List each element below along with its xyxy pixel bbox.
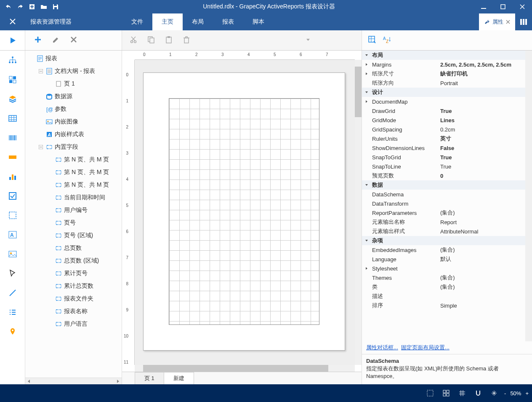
property-dialog-link[interactable]: 属性对话框... (366, 344, 398, 351)
page-body[interactable] (169, 98, 319, 325)
tool-checkbox[interactable] (0, 186, 25, 206)
design-tab-new[interactable]: 新建 (164, 372, 194, 384)
tool-chart[interactable] (0, 167, 25, 186)
tree-node[interactable]: A内嵌样式表 (25, 128, 122, 141)
tree-node[interactable]: 页号 (区域) (25, 229, 122, 242)
paste-button[interactable] (165, 36, 173, 45)
property-row[interactable]: GridModeLines (362, 115, 532, 125)
property-row[interactable]: DocumentMap (362, 97, 532, 106)
tab-file[interactable]: 文件 (122, 13, 152, 30)
tool-table[interactable] (0, 109, 25, 128)
property-row[interactable]: SnapToLineTrue (362, 162, 532, 171)
tree-node[interactable]: 第 N 页、共 M 页 (25, 179, 122, 191)
property-row[interactable]: GridSpacing0.2cm (362, 125, 532, 134)
tree-node[interactable]: 当前日期和时间 (25, 191, 122, 204)
property-value[interactable]: True (439, 108, 532, 114)
property-value[interactable]: Portrait (439, 80, 532, 86)
property-row[interactable]: SnapToGridTrue (362, 153, 532, 162)
prop-vscrollbar[interactable] (525, 51, 532, 341)
property-category[interactable]: 布局 (362, 51, 532, 60)
add-item-button[interactable] (34, 35, 42, 45)
alphabetical-view-button[interactable]: AZ (383, 35, 391, 45)
property-value[interactable]: Simple (439, 303, 532, 309)
tree-node[interactable]: 总页数 (25, 242, 122, 255)
property-value[interactable]: 2.5cm, 2.5cm, 2.5cm, 2.5cm (439, 62, 532, 68)
property-row[interactable]: 元素输出名称Report (362, 217, 532, 227)
report-page[interactable] (143, 72, 345, 351)
property-grid[interactable]: 布局Margins2.5cm, 2.5cm, 2.5cm, 2.5cm纸张尺寸缺… (362, 51, 532, 341)
page-viewport[interactable] (135, 60, 355, 365)
tree-node[interactable]: 用户语言 (25, 318, 122, 330)
zoom-out-button[interactable]: - (504, 390, 506, 397)
property-row[interactable]: Themes(集合) (362, 273, 532, 282)
property-value[interactable]: 英寸 (439, 135, 532, 142)
property-category[interactable]: 设计 (362, 88, 532, 97)
minimize-button[interactable] (474, 0, 493, 13)
tool-list[interactable] (0, 303, 25, 322)
tool-barcode[interactable] (0, 128, 25, 147)
property-value[interactable]: (集合) (439, 209, 532, 217)
property-row[interactable]: 排序Simple (362, 301, 532, 310)
property-row[interactable]: 元素输出样式AttributeNormal (362, 227, 532, 236)
property-value[interactable]: 0.2cm (439, 126, 532, 133)
property-category[interactable]: 数据 (362, 180, 532, 190)
tree-node[interactable]: [@]参数 (25, 103, 122, 115)
tree-node[interactable]: 累计页号 (25, 267, 122, 280)
tool-group[interactable] (0, 70, 25, 89)
property-category[interactable]: 杂项 (362, 236, 532, 245)
tree-node[interactable]: 文档大纲 - 报表 (25, 65, 122, 78)
tree-node[interactable]: 用户编号 (25, 204, 122, 217)
cut-button[interactable] (130, 36, 137, 45)
property-row[interactable]: DrawGridTrue (362, 106, 532, 115)
tool-pointer[interactable] (0, 264, 25, 283)
sb-pan-mode[interactable] (440, 387, 452, 399)
property-row[interactable]: 纸张尺寸缺省打印机 (362, 69, 532, 78)
tab-report[interactable]: 报表 (213, 13, 243, 30)
horizontal-ruler[interactable]: 01234567 (135, 51, 355, 60)
property-row[interactable]: DataTransform (362, 199, 532, 208)
scroll-right-icon[interactable] (114, 378, 122, 384)
property-row[interactable]: 纸张方向Portrait (362, 78, 532, 88)
property-row[interactable]: RulerUnits英寸 (362, 134, 532, 143)
property-value[interactable]: False (439, 145, 532, 151)
tool-label[interactable] (0, 147, 25, 167)
design-vscrollbar[interactable] (355, 60, 362, 365)
tool-map[interactable] (0, 322, 25, 341)
property-value[interactable]: Report (439, 219, 532, 225)
property-value[interactable]: AttributeNormal (439, 228, 532, 235)
tree-node[interactable]: 内置字段 (25, 141, 122, 153)
preview-button[interactable] (0, 30, 25, 50)
property-value[interactable]: (集合) (439, 283, 532, 291)
sb-snap-toggle[interactable] (472, 387, 484, 399)
tool-image[interactable] (0, 244, 25, 264)
style-dropdown[interactable] (305, 37, 311, 44)
tree-node[interactable]: 第 N 页、共 M 页 (25, 166, 122, 179)
tree-node[interactable]: 报表文件夹 (25, 292, 122, 305)
categorized-view-button[interactable] (368, 35, 376, 45)
sb-grid-toggle[interactable] (456, 387, 468, 399)
undo-button[interactable] (3, 2, 13, 12)
maximize-button[interactable] (493, 0, 513, 13)
property-value[interactable]: True (439, 163, 532, 170)
tab-script[interactable]: 脚本 (243, 13, 274, 30)
tree-node[interactable]: 页号 (25, 217, 122, 229)
tree-node[interactable]: 报表名称 (25, 305, 122, 318)
tree-node[interactable]: 第 N 页、共 M 页 (25, 153, 122, 166)
design-hscrollbar[interactable] (135, 365, 355, 372)
property-row[interactable]: 类(集合) (362, 282, 532, 292)
zoom-in-button[interactable]: + (525, 390, 529, 397)
property-row[interactable]: Margins2.5cm, 2.5cm, 2.5cm, 2.5cm (362, 60, 532, 69)
tool-container[interactable] (0, 206, 25, 225)
tree-node[interactable]: 数据源 (25, 90, 122, 103)
property-row[interactable]: EmbeddedImages(集合) (362, 245, 532, 255)
close-panel-button[interactable] (10, 19, 16, 26)
property-row[interactable]: 预览页数0 (362, 171, 532, 180)
tree-node[interactable]: 累计总页数 (25, 280, 122, 292)
tree-node[interactable]: 报表 (25, 52, 122, 65)
panel-switch-button[interactable] (515, 13, 532, 30)
new-button[interactable] (27, 2, 37, 12)
tab-layout[interactable]: 布局 (183, 13, 213, 30)
scroll-left-icon[interactable] (25, 378, 33, 384)
property-row[interactable]: Language默认 (362, 255, 532, 264)
property-value[interactable]: 0 (439, 173, 532, 179)
